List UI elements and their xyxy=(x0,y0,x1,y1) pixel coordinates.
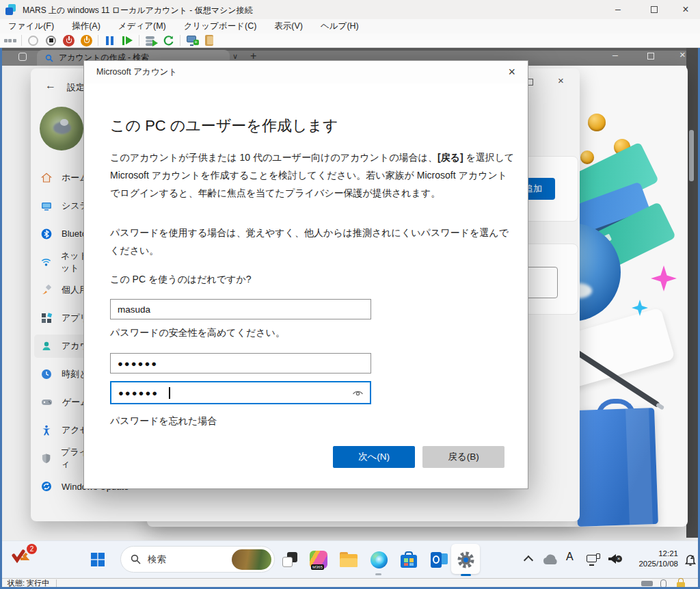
close-button[interactable]: × xyxy=(678,3,693,16)
vm-status-bar: 状態: 実行中 xyxy=(2,578,698,587)
edge-window-edge xyxy=(686,48,698,538)
minimize-button[interactable]: – xyxy=(610,3,625,14)
windows-logo-icon xyxy=(90,552,105,567)
notification-bell-icon[interactable] xyxy=(678,547,700,572)
m365-copilot-button[interactable]: M365 xyxy=(306,547,331,572)
user-avatar[interactable] xyxy=(40,107,83,150)
settings-active-indicator xyxy=(461,574,471,576)
update-notification-icon[interactable]: 2 xyxy=(11,545,37,571)
window-title: MARS 上の windows 11 ローカルアカウント - 仮想マシン接続 xyxy=(23,5,253,16)
edge-close-icon[interactable]: × xyxy=(679,49,686,60)
wifi-icon xyxy=(41,257,51,267)
vm-frame-left xyxy=(0,48,2,589)
save-icon[interactable] xyxy=(80,34,93,47)
brush-icon xyxy=(41,285,52,296)
menu-action[interactable]: 操作(A) xyxy=(72,21,100,32)
dialog-close-icon[interactable]: × xyxy=(508,65,515,79)
gold-coin-icon xyxy=(588,114,606,131)
toolbar-separator xyxy=(180,35,180,46)
vm-toolbar: + xyxy=(0,34,700,48)
gear-icon xyxy=(457,551,475,569)
toolbar-separator xyxy=(21,35,22,46)
start-icon[interactable] xyxy=(27,34,40,47)
system-icon xyxy=(41,200,52,211)
back-button[interactable]: 戻る(B) xyxy=(422,446,504,468)
outlook-button[interactable] xyxy=(427,547,451,572)
edge-minimize-icon[interactable]: – xyxy=(612,49,618,60)
home-icon xyxy=(41,172,52,183)
vm-title-bar: MARS 上の windows 11 ローカルアカウント - 仮想マシン接続 –… xyxy=(0,0,700,19)
dialog-paragraph-1: このアカウントが子供または 10 代のユーザー向けのアカウントの場合は、[戻る]… xyxy=(110,148,515,202)
hyper-v-icon-front xyxy=(5,8,13,15)
menu-help[interactable]: ヘルプ(H) xyxy=(321,21,359,32)
pink-sparkle-icon xyxy=(651,265,677,291)
revert-icon[interactable] xyxy=(162,34,175,47)
menu-file[interactable]: ファイル(F) xyxy=(8,21,54,32)
text-caret xyxy=(169,387,170,399)
gift-bag-icon xyxy=(574,408,658,527)
dialog-title: Microsoft アカウント xyxy=(96,66,177,78)
edge-button[interactable] xyxy=(366,547,391,572)
apps-icon xyxy=(41,313,52,324)
password-input[interactable] xyxy=(110,353,371,374)
tray-date: 2025/10/08 xyxy=(638,559,678,569)
tab-actions-icon[interactable] xyxy=(18,53,27,61)
search-icon xyxy=(45,54,53,62)
task-view-button[interactable] xyxy=(278,547,302,572)
dialog-paragraph-2: パスワードを使用する場合は、覚えやすく、他人からは推測されにくいパスワードを選ん… xyxy=(110,224,515,259)
menu-view[interactable]: 表示(V) xyxy=(274,21,303,32)
maximize-button[interactable] xyxy=(651,6,658,13)
clock[interactable]: 12:21 2025/10/08 xyxy=(621,545,678,573)
search-icon xyxy=(131,554,141,564)
search-box[interactable]: 検索 xyxy=(120,546,275,573)
settings-close-button[interactable]: × xyxy=(558,75,564,86)
checkpoint-icon[interactable] xyxy=(144,34,157,47)
shut-down-icon[interactable] xyxy=(62,34,75,47)
password-section-label: パスワードの安全性を高めてください。 xyxy=(110,327,285,339)
settings-button[interactable] xyxy=(453,547,478,572)
hyper-v-icon xyxy=(5,4,16,15)
store-button[interactable] xyxy=(396,547,421,572)
enhanced-session-icon[interactable]: + xyxy=(185,34,198,47)
status-separator xyxy=(56,579,57,587)
next-button[interactable]: 次へ(N) xyxy=(333,446,415,468)
edge-maximize-icon[interactable] xyxy=(647,53,654,60)
menu-clipboard[interactable]: クリップボード(C) xyxy=(184,21,257,32)
confirm-password-input[interactable] xyxy=(110,381,371,404)
edge-running-indicator xyxy=(375,573,381,575)
clock-icon xyxy=(41,369,52,380)
share-icon[interactable] xyxy=(203,34,216,47)
lock-status-icon xyxy=(677,578,685,588)
update-icon xyxy=(41,481,52,492)
settings-title: 設定 xyxy=(67,81,85,94)
tray-time: 12:21 xyxy=(658,549,678,559)
ime-mode-indicator[interactable]: A xyxy=(566,551,574,563)
start-button[interactable] xyxy=(85,547,110,572)
notification-badge: 2 xyxy=(27,544,37,554)
bluetooth-icon xyxy=(41,228,52,239)
pause-icon[interactable] xyxy=(103,34,116,47)
menu-media[interactable]: メディア(M) xyxy=(118,21,166,32)
password-reveal-icon[interactable] xyxy=(352,388,364,397)
back-arrow-icon[interactable]: ← xyxy=(45,79,56,92)
username-label: この PC を使うのはだれですか? xyxy=(110,274,252,286)
reset-icon[interactable] xyxy=(121,34,134,47)
network-icon[interactable] xyxy=(581,547,606,572)
scrollbar-thumb[interactable] xyxy=(689,130,694,181)
dialog-heading: この PC のユーザーを作成します xyxy=(110,116,338,136)
search-highlight-image[interactable] xyxy=(232,549,271,570)
username-input[interactable] xyxy=(110,299,371,319)
vm-connect-window: MARS 上の windows 11 ローカルアカウント - 仮想マシン接続 –… xyxy=(0,0,700,589)
search-placeholder: 検索 xyxy=(148,553,166,566)
file-explorer-button[interactable] xyxy=(336,547,361,572)
ctrl-alt-del-icon[interactable] xyxy=(3,34,16,47)
shield-icon xyxy=(41,453,51,464)
turn-off-icon[interactable] xyxy=(44,34,57,47)
forgot-password-link[interactable]: パスワードを忘れた場合 xyxy=(110,415,217,428)
vm-menu-bar: ファイル(F) 操作(A) メディア(M) クリップボード(C) 表示(V) ヘ… xyxy=(0,19,700,34)
accessibility-icon xyxy=(41,425,52,436)
onedrive-icon[interactable] xyxy=(539,547,563,572)
toolbar-separator xyxy=(98,35,98,46)
gold-coin-icon xyxy=(580,150,594,164)
dialog-title-bar: Microsoft アカウント xyxy=(84,61,528,83)
